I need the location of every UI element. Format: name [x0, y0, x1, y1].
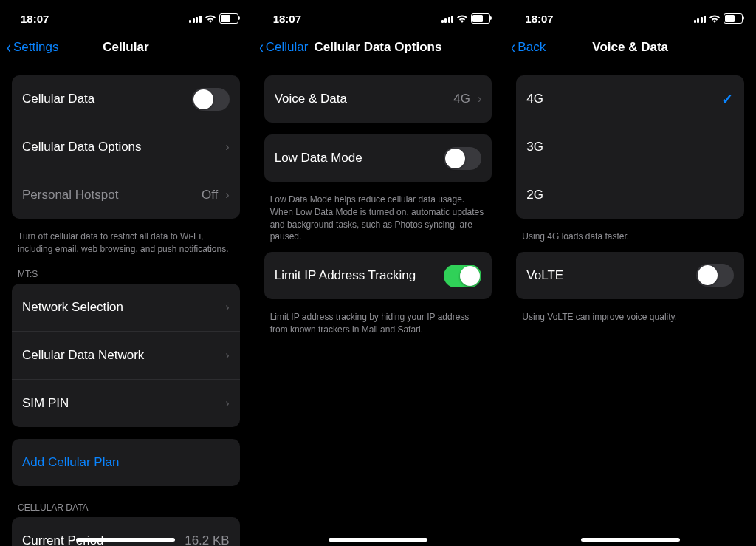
battery-icon — [724, 13, 743, 24]
group-low-data: Low Data Mode — [264, 134, 492, 182]
status-bar: 18:07 — [252, 0, 504, 31]
toggle-volte[interactable] — [696, 264, 734, 287]
chevron-right-icon: › — [225, 349, 229, 362]
chevron-left-icon: ‹ — [7, 38, 11, 56]
back-label: Settings — [13, 40, 58, 55]
group-data: Cellular Data Cellular Data Options › Pe… — [12, 75, 240, 219]
row-label: Cellular Data Network — [22, 348, 218, 363]
status-bar: 18:07 — [0, 0, 252, 31]
wifi-icon — [205, 14, 216, 23]
wifi-icon — [709, 14, 721, 23]
row-label: Cellular Data — [22, 92, 185, 106]
nav-bar: ‹ Cellular Cellular Data Options — [252, 31, 504, 64]
row-volte[interactable]: VoLTE — [516, 252, 744, 299]
row-limit-ip-tracking[interactable]: Limit IP Address Tracking — [264, 252, 492, 299]
row-label: Voice & Data — [275, 92, 447, 106]
back-button[interactable]: ‹ Cellular — [258, 38, 309, 56]
group-network-type: 4G ✓ 3G 2G — [516, 75, 744, 219]
group-usage: Current Period 16.2 KB Current Period Ro… — [12, 517, 240, 546]
home-indicator[interactable] — [76, 538, 175, 542]
back-button[interactable]: ‹ Settings — [6, 38, 58, 56]
row-label: Limit IP Address Tracking — [275, 268, 437, 283]
row-value: Off — [202, 188, 218, 202]
footer-text: Using 4G loads data faster. — [516, 231, 744, 252]
row-label: Personal Hotspot — [22, 188, 194, 202]
section-header-mts: MT:S — [12, 265, 240, 284]
row-label: 3G — [526, 140, 734, 154]
row-label: Network Selection — [22, 300, 218, 315]
battery-icon — [219, 13, 238, 24]
chevron-right-icon: › — [225, 397, 229, 410]
toggle-low-data-mode[interactable] — [444, 147, 481, 170]
footer-text: Low Data Mode helps reduce cellular data… — [264, 194, 492, 252]
status-icons — [189, 13, 238, 24]
row-label: Low Data Mode — [275, 151, 437, 165]
group-voice-data: Voice & Data 4G › — [264, 75, 492, 123]
row-low-data-mode[interactable]: Low Data Mode — [264, 134, 492, 182]
group-volte: VoLTE — [516, 252, 744, 299]
home-indicator[interactable] — [581, 538, 680, 542]
nav-bar: ‹ Settings Cellular — [0, 31, 252, 64]
option-2g[interactable]: 2G — [516, 171, 744, 219]
row-add-cellular-plan[interactable]: Add Cellular Plan — [12, 439, 240, 486]
row-label: Cellular Data Options — [22, 140, 218, 154]
checkmark-icon: ✓ — [721, 90, 734, 108]
row-network-selection[interactable]: Network Selection › — [12, 284, 240, 332]
status-icons — [441, 13, 491, 24]
row-cellular-data-network[interactable]: Cellular Data Network › — [12, 332, 240, 380]
chevron-right-icon: › — [225, 140, 229, 154]
row-label: 4G — [526, 92, 714, 106]
home-indicator[interactable] — [329, 538, 427, 542]
back-label: Back — [518, 40, 546, 55]
chevron-right-icon: › — [225, 188, 229, 202]
row-sim-pin[interactable]: SIM PIN › — [12, 380, 240, 427]
status-time: 18:07 — [21, 13, 49, 25]
row-voice-and-data[interactable]: Voice & Data 4G › — [264, 75, 492, 123]
row-personal-hotspot[interactable]: Personal Hotspot Off › — [12, 171, 240, 219]
battery-icon — [471, 13, 490, 24]
option-4g[interactable]: 4G ✓ — [516, 75, 744, 123]
row-label: Add Cellular Plan — [22, 455, 230, 470]
screen-voice-and-data: 18:07 ‹ Back Voice & Data 4G ✓ 3 — [504, 0, 756, 546]
row-label: 2G — [526, 188, 734, 202]
status-time: 18:07 — [273, 13, 301, 25]
cellular-signal-icon — [441, 15, 454, 23]
wifi-icon — [456, 14, 468, 23]
screen-cellular-data-options: 18:07 ‹ Cellular Cellular Data Options V… — [252, 0, 504, 546]
back-button[interactable]: ‹ Back — [510, 38, 546, 56]
footer-text: Turn off cellular data to restrict all d… — [12, 231, 240, 265]
cellular-signal-icon — [694, 15, 707, 23]
footer-text: Using VoLTE can improve voice quality. — [516, 311, 744, 332]
toggle-cellular-data[interactable] — [192, 88, 230, 111]
chevron-left-icon: ‹ — [512, 38, 516, 56]
status-icons — [694, 13, 743, 24]
row-current-period[interactable]: Current Period 16.2 KB — [12, 517, 240, 546]
row-label: VoLTE — [526, 268, 689, 283]
chevron-right-icon: › — [225, 301, 229, 314]
status-time: 18:07 — [525, 13, 553, 25]
row-label: SIM PIN — [22, 396, 218, 411]
row-value: 16.2 KB — [185, 533, 230, 546]
group-add-plan: Add Cellular Plan — [12, 439, 240, 486]
chevron-left-icon: ‹ — [259, 38, 264, 56]
row-cellular-data-options[interactable]: Cellular Data Options › — [12, 123, 240, 171]
option-3g[interactable]: 3G — [516, 123, 744, 171]
group-limit-ip: Limit IP Address Tracking — [264, 252, 492, 299]
back-label: Cellular — [266, 40, 309, 55]
row-cellular-data[interactable]: Cellular Data — [12, 75, 240, 123]
toggle-limit-ip[interactable] — [444, 265, 481, 287]
nav-bar: ‹ Back Voice & Data — [504, 31, 756, 64]
cellular-signal-icon — [189, 15, 202, 23]
footer-text: Limit IP address tracking by hiding your… — [264, 311, 492, 345]
section-header-cellular-data: CELLULAR DATA — [12, 498, 240, 517]
screen-cellular: 18:07 ‹ Settings Cellular Cellular Data — [0, 0, 252, 546]
status-bar: 18:07 — [504, 0, 756, 31]
row-value: 4G — [453, 92, 470, 106]
chevron-right-icon: › — [478, 92, 481, 106]
group-mts: Network Selection › Cellular Data Networ… — [12, 284, 240, 427]
